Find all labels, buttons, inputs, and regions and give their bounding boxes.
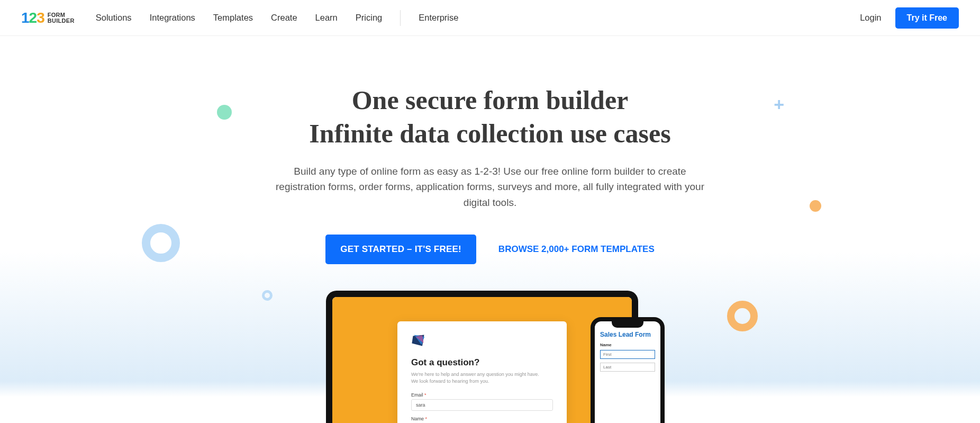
phone-form-title: Sales Lead Form (600, 331, 655, 338)
nav-enterprise[interactable]: Enterprise (419, 13, 458, 23)
logo-text: FORM BUILDER (48, 12, 75, 24)
browse-templates-link[interactable]: BROWSE 2,000+ FORM TEMPLATES (498, 244, 655, 255)
hero-section: + One secure form builder Infinite data … (0, 36, 980, 423)
email-field[interactable]: sara (411, 399, 553, 411)
get-started-button[interactable]: GET STARTED – IT'S FREE! (325, 235, 476, 264)
first-name-field[interactable] (600, 350, 655, 359)
decoration-dot (810, 200, 821, 212)
nav-integrations[interactable]: Integrations (150, 13, 195, 23)
phone-notch (612, 321, 643, 328)
form-description: We're here to help and answer any questi… (411, 371, 553, 384)
header-right: Login Try it Free (860, 7, 959, 29)
logo-mark: 123 (21, 10, 44, 26)
hero-ctas: GET STARTED – IT'S FREE! BROWSE 2,000+ F… (11, 235, 969, 264)
logo[interactable]: 123 FORM BUILDER (21, 10, 75, 26)
phone-name-label: Name (600, 343, 655, 347)
device-mockups: Got a question? We're here to help and a… (326, 291, 654, 423)
hero-subtitle: Build any type of online form as easy as… (273, 164, 707, 210)
laptop-screen: Got a question? We're here to help and a… (332, 297, 632, 423)
decoration-ring (727, 301, 758, 331)
nav-learn[interactable]: Learn (315, 13, 338, 23)
sample-form-card: Got a question? We're here to help and a… (397, 321, 567, 423)
nav-pricing[interactable]: Pricing (356, 13, 382, 23)
site-header: 123 FORM BUILDER Solutions Integrations … (0, 0, 980, 36)
hero-title: One secure form builder Infinite data co… (252, 84, 728, 150)
nav-solutions[interactable]: Solutions (96, 13, 132, 23)
last-name-field[interactable] (600, 363, 655, 372)
nav-divider (400, 10, 401, 26)
phone-screen: Sales Lead Form Name (595, 321, 660, 423)
form-logo-icon (411, 333, 426, 348)
login-link[interactable]: Login (860, 13, 881, 23)
email-label: Email * (411, 392, 553, 398)
main-nav: Solutions Integrations Templates Create … (96, 10, 459, 26)
phone-mockup: Sales Lead Form Name (591, 317, 665, 423)
nav-templates[interactable]: Templates (213, 13, 253, 23)
name-label: Name * (411, 416, 553, 421)
decoration-dot (217, 105, 232, 120)
try-free-button[interactable]: Try it Free (895, 7, 959, 29)
plus-icon: + (774, 94, 784, 115)
nav-create[interactable]: Create (271, 13, 297, 23)
decoration-ring (262, 290, 273, 301)
form-heading: Got a question? (411, 357, 553, 368)
